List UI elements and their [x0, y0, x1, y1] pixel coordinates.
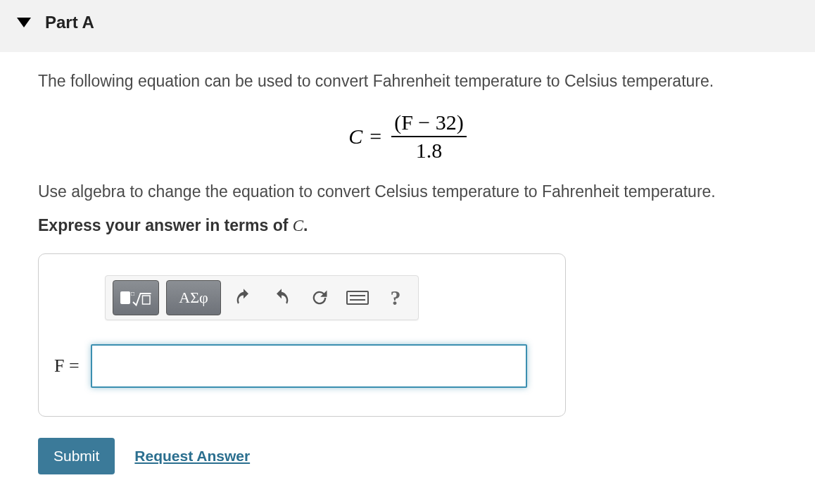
part-title: Part A: [45, 13, 94, 32]
express-variable: C: [293, 217, 303, 234]
svg-text:□: □: [131, 291, 134, 297]
undo-button[interactable]: [228, 282, 259, 313]
answer-label: F =: [54, 355, 80, 377]
keyboard-button[interactable]: [342, 282, 373, 313]
answer-input-row: F =: [54, 344, 550, 388]
equation-denominator: 1.8: [416, 137, 443, 163]
instruction-text: Use algebra to change the equation to co…: [38, 179, 777, 204]
problem-content: The following equation can be used to co…: [0, 52, 815, 489]
keyboard-icon: [346, 291, 369, 305]
part-header[interactable]: Part A: [0, 0, 815, 52]
collapse-caret-icon: [17, 18, 31, 27]
redo-button[interactable]: [266, 282, 297, 313]
express-prefix: Express your answer in terms of: [38, 216, 293, 234]
help-button[interactable]: ?: [380, 282, 411, 313]
answer-panel: □ ΑΣφ ? F =: [38, 253, 566, 417]
express-instruction: Express your answer in terms of C.: [38, 216, 777, 235]
svg-rect-1: [142, 296, 150, 304]
math-templates-button[interactable]: □: [113, 280, 159, 315]
answer-label-eq: =: [64, 355, 79, 376]
intro-text: The following equation can be used to co…: [38, 69, 777, 94]
equation-toolbar: □ ΑΣφ ?: [105, 275, 419, 320]
action-row: Submit Request Answer: [38, 438, 777, 474]
express-suffix: .: [303, 216, 308, 234]
answer-label-var: F: [54, 355, 64, 376]
request-answer-link[interactable]: Request Answer: [134, 448, 250, 465]
equation-numerator: (F − 32): [391, 111, 467, 137]
reset-button[interactable]: [304, 282, 335, 313]
answer-input[interactable]: [91, 344, 527, 388]
submit-button[interactable]: Submit: [38, 438, 115, 474]
equation-equals: =: [369, 125, 381, 149]
equation-display: C = (F − 32) 1.8: [38, 111, 777, 163]
equation-fraction: (F − 32) 1.8: [391, 111, 467, 163]
greek-symbols-button[interactable]: ΑΣφ: [166, 280, 221, 315]
equation-lhs: C: [348, 125, 362, 149]
